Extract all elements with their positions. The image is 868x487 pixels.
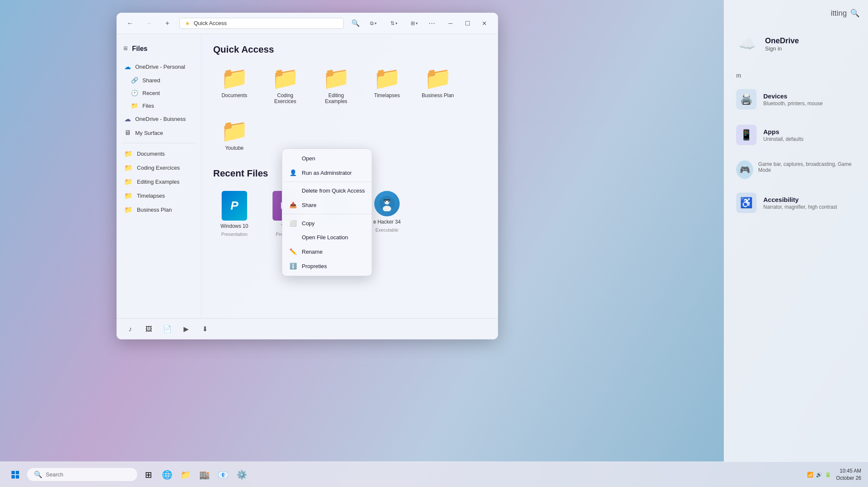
properties-label: Propreties: [302, 263, 327, 269]
back-button[interactable]: ←: [123, 17, 137, 30]
file-type-windows10: Presentation: [221, 232, 248, 237]
settings-item-devices[interactable]: 🖨️ Devices Bluetooth, printers, mouse: [731, 82, 861, 116]
game-bar-subtitle: Game bar, captures, broadcasting, Game M…: [758, 161, 856, 173]
taskbar-search[interactable]: 🔍 Search: [27, 468, 137, 481]
taskbar-systray: 📶 🔊 🔋: [807, 472, 831, 478]
onedrive-cloud-icon: ☁️: [736, 33, 758, 55]
taskbar-icon-mail[interactable]: 📧: [215, 467, 231, 482]
context-menu-copy[interactable]: ⬜ Copy: [282, 216, 372, 230]
folder-timelapses[interactable]: 📁 Timelapses: [366, 64, 408, 108]
sidebar-item-shared[interactable]: 🔗 Shared: [120, 74, 198, 87]
address-bar-star: ★: [185, 20, 190, 27]
files-label: Files: [142, 103, 154, 109]
partial-text: m: [731, 69, 861, 82]
folder-youtube[interactable]: 📁 Youtube: [213, 116, 256, 154]
taskbar-left: 🔍 Search ⊞ 🌐 📁 🏬 📧 ⚙️: [7, 466, 807, 483]
sidebar-item-my-surface[interactable]: 🖥 My Surface: [120, 126, 198, 140]
ppt-letter: P: [231, 199, 239, 213]
folder-documents[interactable]: 📁 Documents: [213, 64, 256, 108]
onedrive-signin-section[interactable]: ☁️ OneDrive Sign in: [731, 26, 861, 62]
context-menu-divider-1: [282, 182, 372, 182]
forward-button[interactable]: →: [142, 17, 156, 30]
minimize-button[interactable]: ─: [444, 17, 457, 30]
context-menu-run-admin[interactable]: 👤 Run as Adminstrator: [282, 165, 372, 180]
taskbar-icon-settings[interactable]: ⚙️: [234, 467, 249, 482]
folder-coding-exercices[interactable]: 📁 Coding Exercices: [264, 64, 306, 108]
apps-text: Apps Uninstall, defaults: [763, 128, 804, 142]
sidebar-item-onedrive-business[interactable]: ☁ OneDrive - Buisness: [120, 112, 198, 126]
context-menu-open[interactable]: Open: [282, 151, 372, 165]
start-button[interactable]: [7, 466, 24, 483]
share-icon: 📤: [289, 202, 297, 208]
sidebar-item-onedrive-personal[interactable]: ☁ OneDrive - Personal: [120, 60, 198, 74]
view-button[interactable]: ⊞▾: [405, 17, 423, 30]
recent-icon: 🕐: [131, 90, 138, 96]
taskbar-icon-widgets[interactable]: ⊞: [141, 467, 156, 482]
folder-editing-examples[interactable]: 📁 Editing Examples: [315, 64, 357, 108]
download-icon[interactable]: ⬇: [198, 322, 211, 336]
file-icon-exe: [374, 191, 400, 216]
sidebar-item-documents[interactable]: 📁 Documents: [120, 147, 198, 161]
shared-label: Shared: [142, 77, 160, 84]
more-button[interactable]: ⋯: [425, 17, 439, 30]
context-menu-share[interactable]: 📤 Share: [282, 198, 372, 212]
sidebar-item-coding[interactable]: 📁 Coding Exercices: [120, 161, 198, 175]
window-controls: ─ ☐ ✕: [444, 17, 491, 30]
file-type-hacker34: Executable: [376, 227, 398, 232]
folder-icon-coding-big: 📁: [272, 67, 299, 89]
sidebar-item-files[interactable]: 📁 Files: [120, 99, 198, 112]
file-hacker34[interactable]: e Hacker 34 Executable: [366, 188, 408, 240]
folder-name-coding: Coding Exercices: [267, 92, 303, 104]
image-icon[interactable]: 🖼: [142, 322, 156, 336]
settings-item-accessibility[interactable]: ♿ Accesibility Narrator, magnifier, high…: [731, 186, 861, 220]
folder-business-plan[interactable]: 📁 Business Plan: [417, 64, 459, 108]
file-windows10[interactable]: P Windows 10 Presentation: [213, 188, 256, 240]
search-icon[interactable]: 🔍: [850, 8, 860, 18]
copy-button[interactable]: ⧉▾: [364, 17, 383, 30]
sidebar-item-business-plan[interactable]: 📁 Business Plan: [120, 203, 198, 217]
documents-sidebar-label: Documents: [137, 151, 165, 157]
shared-icon: 🔗: [131, 77, 138, 84]
video-icon[interactable]: ▶: [179, 322, 193, 336]
taskbar-right: 📶 🔊 🔋 10:45 AM October 26: [807, 467, 861, 482]
game-bar-text: Game bar, captures, broadcasting, Game M…: [758, 160, 856, 173]
taskbar-icon-explorer[interactable]: 📁: [178, 467, 193, 482]
share-label: Share: [302, 202, 317, 208]
apps-title: Apps: [763, 128, 804, 135]
accessibility-title: Accesibility: [763, 196, 837, 203]
battery-icon[interactable]: 🔋: [825, 472, 831, 478]
add-tab-button[interactable]: +: [161, 17, 174, 30]
context-menu-rename[interactable]: ✏️ Rename: [282, 244, 372, 259]
close-button[interactable]: ✕: [478, 17, 491, 30]
taskbar-icon-edge[interactable]: 🌐: [159, 467, 175, 482]
onedrive-title: OneDrive: [765, 36, 799, 45]
music-icon[interactable]: ♪: [123, 322, 137, 336]
menu-icon[interactable]: ≡: [123, 44, 128, 53]
settings-search-area: itting 🔍: [731, 8, 861, 18]
taskbar-clock[interactable]: 10:45 AM October 26: [836, 467, 861, 482]
sidebar-item-timelapses[interactable]: 📁 Timelapses: [120, 189, 198, 203]
maximize-button[interactable]: ☐: [461, 17, 474, 30]
address-bar[interactable]: ★ Quick Access: [179, 18, 344, 29]
context-menu-properties[interactable]: ℹ️ Propreties: [282, 259, 372, 273]
app-title: Files: [132, 45, 147, 53]
document-icon[interactable]: 📄: [161, 322, 174, 336]
file-icon-ppt: P: [222, 191, 247, 221]
network-icon[interactable]: 📶: [807, 472, 813, 478]
settings-item-apps[interactable]: 📱 Apps Uninstall, defaults: [731, 118, 861, 152]
clock-time: 10:45 AM: [836, 467, 861, 475]
sort-button[interactable]: ⇅▾: [384, 17, 403, 30]
my-surface-label: My Surface: [135, 130, 163, 136]
folder-icon-editing-big: 📁: [323, 67, 350, 89]
game-bar-section: 🎮 Game bar, captures, broadcasting, Game…: [731, 154, 861, 186]
folder-icon-coding: 📁: [124, 164, 133, 172]
folder-icon-business: 📁: [124, 206, 133, 214]
search-button[interactable]: 🔍: [349, 17, 362, 30]
context-menu-open-location[interactable]: Open File Location: [282, 230, 372, 244]
sidebar-item-recent[interactable]: 🕐 Recent: [120, 87, 198, 99]
sidebar-item-editing[interactable]: 📁 Editing Examples: [120, 175, 198, 189]
context-menu-divider-2: [282, 214, 372, 214]
taskbar-icon-store[interactable]: 🏬: [197, 467, 212, 482]
context-menu-delete-quick[interactable]: Delete from Quick Access: [282, 184, 372, 198]
volume-icon[interactable]: 🔊: [816, 472, 822, 478]
